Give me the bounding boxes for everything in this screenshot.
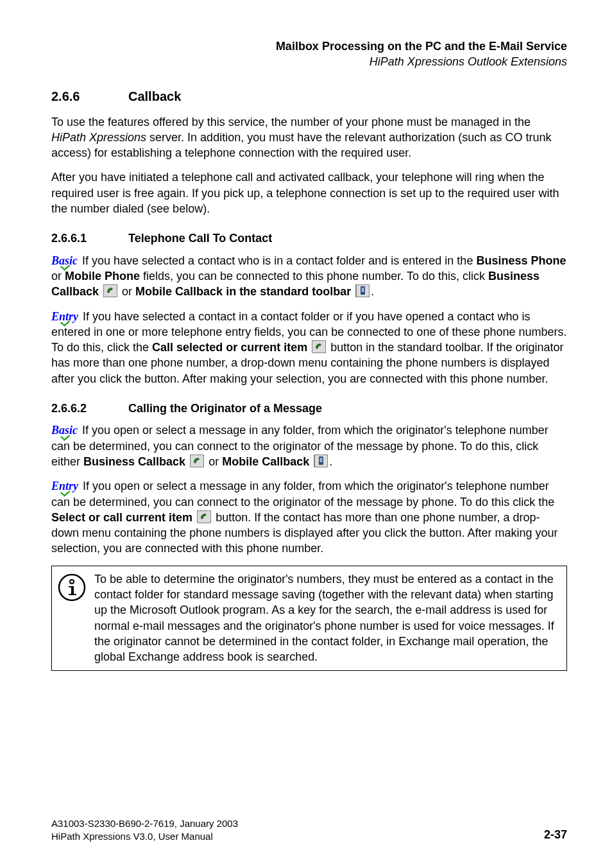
svg-rect-3 [320, 458, 323, 462]
entry-badge-icon: Entry [51, 309, 78, 324]
subsection-1-title: Telephone Call To Contact [128, 232, 272, 245]
mobile-callback-label: Mobile Callback in the standard toolbar [135, 285, 351, 298]
mobile-phone-field: Mobile Phone [65, 270, 140, 282]
business-phone-field: Business Phone [476, 254, 566, 267]
subsection-1-number: 2.6.6.1 [51, 230, 128, 246]
footer-line-2: HiPath Xpressions V3.0, User Manual [51, 830, 567, 843]
subsection-2-number: 2.6.6.2 [51, 401, 128, 416]
note-box: To be able to determine the originator's… [51, 566, 567, 671]
footer-line-1: A31003-S2330-B690-2-7619, January 2003 [51, 817, 567, 830]
sub1-basic-para: Basic If you have selected a contact who… [51, 253, 567, 300]
header-title: Mailbox Processing on the PC and the E-M… [51, 39, 567, 54]
sub2-basic-para: Basic If you open or select a message in… [51, 422, 567, 469]
sub1-entry-para: Entry If you have selected a contact in … [51, 309, 567, 386]
subsection-1-heading: 2.6.6.1Telephone Call To Contact [51, 230, 567, 246]
svg-rect-1 [362, 288, 364, 292]
sub2-entry-para: Entry If you open or select a message in… [51, 478, 567, 556]
page-footer: A31003-S2330-B690-2-7619, January 2003 H… [51, 817, 567, 842]
business-callback-icon [190, 455, 204, 467]
header-subtitle: HiPath Xpressions Outlook Extensions [51, 54, 567, 69]
select-call-icon [197, 510, 211, 523]
call-selected-icon [312, 340, 326, 353]
info-icon [57, 573, 87, 606]
call-selected-label: Call selected or current item [152, 341, 307, 354]
basic-badge-icon: Basic [51, 253, 78, 268]
subsection-2-title: Calling the Originator of a Message [128, 402, 322, 415]
select-call-label: Select or call current item [51, 511, 192, 524]
running-header: Mailbox Processing on the PC and the E-M… [51, 39, 567, 70]
basic-badge-icon: Basic [51, 422, 78, 438]
section-heading: 2.6.6Callback [51, 88, 567, 105]
section-title: Callback [128, 89, 181, 103]
subsection-2-heading: 2.6.6.2Calling the Originator of a Messa… [51, 401, 567, 416]
intro-para-2: After you have initiated a telephone cal… [51, 169, 567, 216]
entry-badge-icon: Entry [51, 478, 78, 494]
note-text: To be able to determine the originator's… [94, 571, 560, 665]
product-name: HiPath Xpressions [51, 131, 146, 144]
page-number: 2-37 [544, 828, 567, 842]
section-number: 2.6.6 [51, 88, 128, 105]
mobile-callback-icon [355, 284, 370, 297]
mobile-callback-label: Mobile Callback [222, 455, 309, 468]
business-callback-icon [103, 284, 117, 297]
mobile-callback-icon [314, 455, 328, 467]
intro-para-1: To use the features offered by this serv… [51, 114, 567, 161]
svg-point-5 [70, 580, 74, 584]
business-callback-label: Business Callback [83, 455, 185, 468]
